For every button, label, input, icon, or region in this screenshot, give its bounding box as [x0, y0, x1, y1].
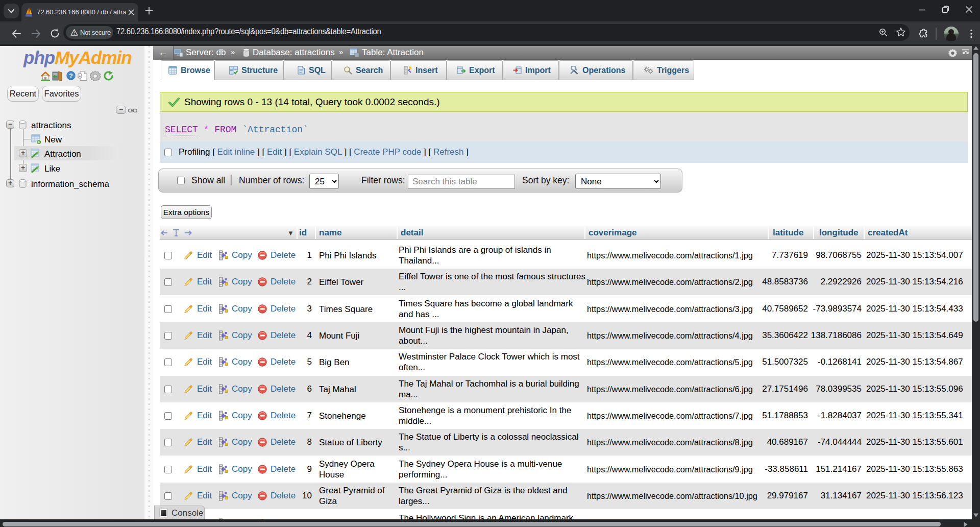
svg-text:?: ? — [69, 72, 73, 80]
